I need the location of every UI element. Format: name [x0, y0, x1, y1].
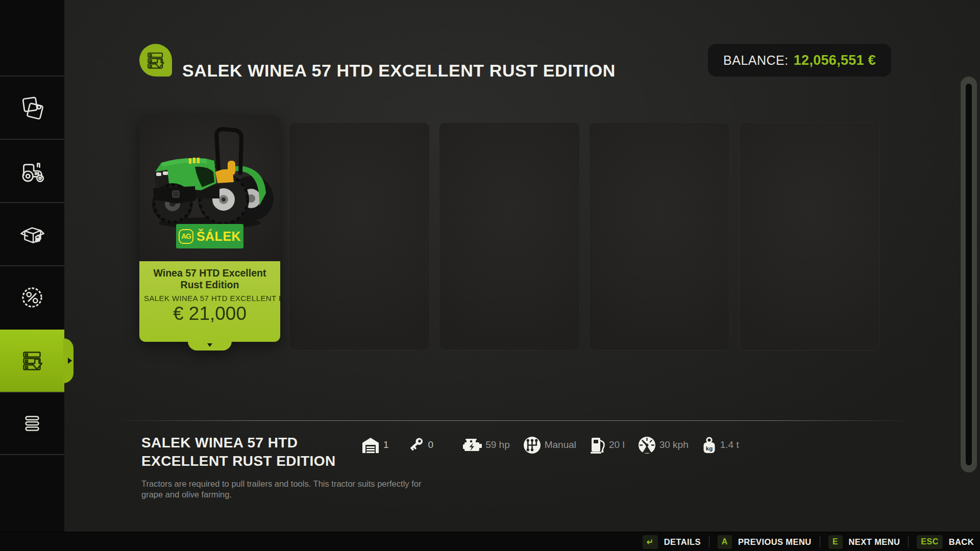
sidebar-item-packs[interactable] — [0, 202, 64, 265]
stat-owned-value: 1 — [383, 439, 389, 450]
stat-keys: 0 — [408, 437, 434, 453]
card-price: € 21,000 — [139, 303, 280, 324]
fuel-icon — [590, 436, 605, 454]
stat-fuel-value: 20 l — [609, 439, 625, 450]
details-button[interactable]: ↵ DETAILS — [643, 535, 701, 549]
tractor-render — [146, 123, 274, 233]
stat-weight-value: 1.4 t — [720, 439, 739, 450]
tractor-icon — [17, 156, 47, 186]
stat-power: 59 hp — [463, 438, 510, 453]
scrollbar-track[interactable] — [961, 77, 977, 472]
esc-key: ESC — [917, 535, 942, 549]
footer-bar: ↵ DETAILS A PREVIOUS MENU E NEXT MENU ES… — [0, 532, 980, 551]
sidebar-item-brands[interactable] — [0, 76, 64, 139]
scrollbar-thumb[interactable] — [966, 84, 972, 465]
back-button[interactable]: ESC BACK — [917, 535, 974, 549]
previous-menu-button[interactable]: A PREVIOUS MENU — [718, 535, 812, 549]
empty-card-slot — [739, 122, 880, 350]
key-icon — [408, 437, 425, 453]
shop-item-card[interactable]: AG ŠÁLEK Winea 57 HTD Excellent Rust Edi… — [139, 116, 280, 342]
brand-name: ŠÁLEK — [197, 229, 241, 244]
footer-divider — [709, 536, 709, 547]
balance-value: 12,056,551 € — [794, 53, 876, 68]
previous-menu-label: PREVIOUS MENU — [738, 537, 812, 547]
a-key: A — [718, 535, 732, 549]
box-icon — [17, 219, 47, 249]
next-menu-label: NEXT MENU — [849, 537, 900, 547]
footer-divider — [820, 536, 820, 547]
page-title: SALEK WINEA 57 HTD EXCELLENT RUST EDITIO… — [182, 61, 616, 81]
sidebar-item-list[interactable] — [0, 392, 64, 455]
page-icon — [139, 44, 172, 77]
percent-badge-icon — [17, 283, 47, 312]
selected-card-pointer — [188, 341, 232, 350]
enter-key-icon: ↵ — [643, 535, 658, 549]
garage-icon — [361, 437, 380, 454]
vehicle-description: Tractors are required to pull trailers a… — [141, 479, 421, 499]
svg-text:kg: kg — [706, 445, 713, 451]
vehicle-image: AG ŠÁLEK — [139, 116, 280, 261]
footer-divider — [908, 536, 909, 547]
mods-download-icon — [144, 48, 167, 72]
sidebar-item-vehicles[interactable] — [0, 139, 64, 202]
balance-display: BALANCE: 12,056,551 € — [708, 44, 891, 77]
stat-weight: kg 1.4 t — [702, 437, 739, 454]
stat-transmission: Manual — [523, 436, 576, 454]
next-menu-button[interactable]: E NEXT MENU — [828, 535, 900, 549]
stat-keys-value: 0 — [428, 439, 434, 450]
speedometer-icon — [638, 436, 656, 454]
empty-card-slot — [289, 122, 430, 350]
selected-tab-pointer — [63, 338, 74, 383]
engine-icon — [463, 438, 482, 453]
stat-power-value: 59 hp — [485, 439, 510, 450]
sidebar-item-mods[interactable] — [0, 329, 64, 392]
card-subtitle: SALEK WINEA 57 HTD EXCELLENT RUST EDITIO… — [139, 294, 280, 303]
vehicle-title: SALEK WINEA 57 HTD EXCELLENT RUST EDITIO… — [141, 434, 336, 470]
weight-icon: kg — [702, 437, 717, 454]
mods-download-icon — [17, 346, 47, 375]
sidebar — [0, 0, 64, 551]
back-label: BACK — [949, 537, 974, 547]
stat-owned: 1 — [361, 437, 389, 454]
e-key: E — [828, 535, 843, 549]
details-label: DETAILS — [664, 537, 701, 547]
list-icon — [17, 409, 47, 438]
price-tags-icon — [17, 93, 47, 122]
card-title: Winea 57 HTD Excellent Rust Edition — [139, 267, 280, 291]
brand-badge: AG ŠÁLEK — [176, 224, 243, 248]
section-divider — [114, 420, 914, 421]
balance-label: BALANCE: — [723, 53, 789, 68]
stat-transmission-value: Manual — [545, 439, 576, 450]
sidebar-spacer — [0, 0, 64, 76]
vehicle-stats: 1 0 59 hp — [361, 431, 739, 459]
stat-speed: 30 kph — [638, 436, 689, 454]
stat-speed-value: 30 kph — [659, 439, 689, 450]
stat-fuel: 20 l — [590, 436, 625, 454]
brand-logo-icon: AG — [179, 229, 193, 244]
empty-card-slot — [439, 122, 580, 350]
transmission-icon — [523, 436, 541, 454]
empty-card-slot — [589, 122, 730, 350]
card-info: Winea 57 HTD Excellent Rust Edition SALE… — [139, 261, 280, 342]
sidebar-item-sales[interactable] — [0, 265, 64, 329]
